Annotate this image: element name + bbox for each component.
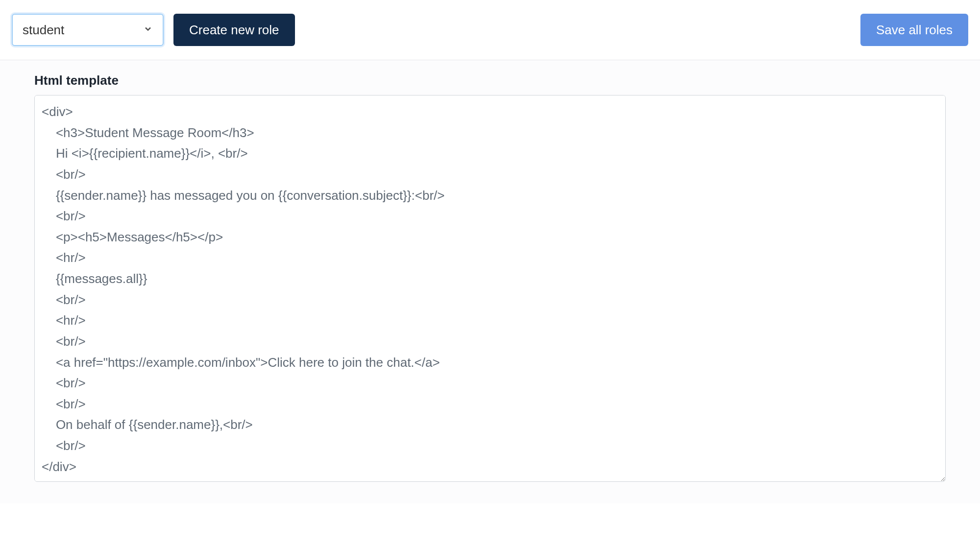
role-select-value: student <box>23 23 143 38</box>
role-select[interactable]: student <box>12 14 164 46</box>
chevron-down-icon <box>143 24 153 36</box>
create-role-button[interactable]: Create new role <box>173 14 295 46</box>
toolbar: student Create new role Save all roles <box>0 0 980 60</box>
save-all-roles-button[interactable]: Save all roles <box>860 14 968 46</box>
html-template-label: Html template <box>34 73 946 88</box>
html-template-textarea[interactable] <box>34 95 946 482</box>
content-area: Html template <box>0 60 980 503</box>
